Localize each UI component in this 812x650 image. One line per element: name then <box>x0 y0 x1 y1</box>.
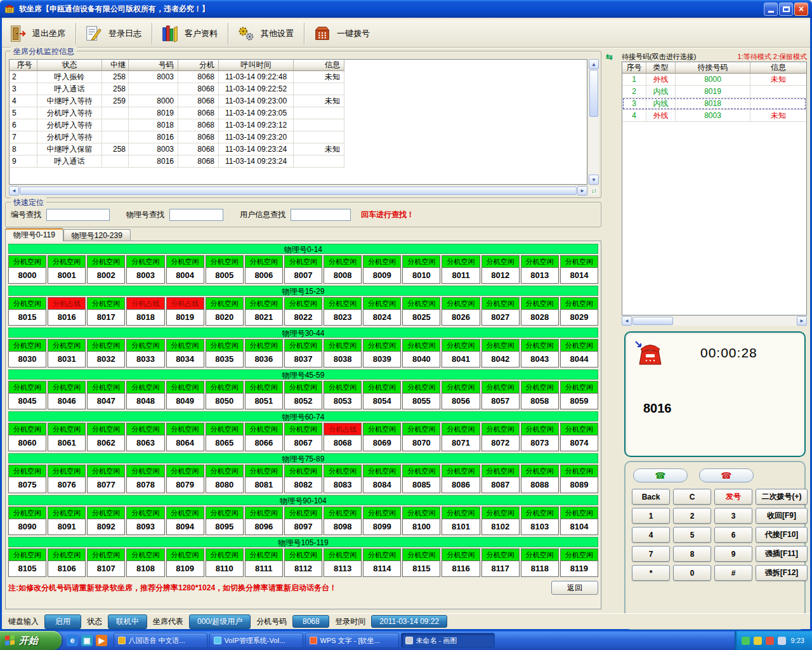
extension-cell[interactable]: 分机空闲8007 <box>284 255 322 284</box>
monitor-table-row[interactable]: 4中继呼入等待2598000806811-03-14 09:23:00未知 <box>10 95 587 107</box>
pending-column-header[interactable]: 类型 <box>646 62 676 74</box>
extension-cell[interactable]: 分机空闲8075 <box>8 465 46 493</box>
panel-splitter-icon[interactable]: ⇆ <box>606 52 613 62</box>
dialpad-key[interactable]: 强拆[F12] <box>756 565 808 581</box>
extension-cell[interactable]: 分机空闲8071 <box>442 423 480 451</box>
extension-cell[interactable]: 分机空闲8111 <box>245 548 283 577</box>
extension-cell[interactable]: 分机空闲8087 <box>481 465 520 493</box>
extension-cell[interactable]: 分机空闲8116 <box>442 548 480 577</box>
browser-icon[interactable]: e <box>67 635 78 646</box>
pending-row[interactable]: 4外线8003未知 <box>622 110 806 122</box>
extension-cell[interactable]: 分机空闲8066 <box>245 423 283 451</box>
extension-cell[interactable]: 分机空闲8070 <box>402 423 440 451</box>
extension-cell[interactable]: 分机空闲8081 <box>245 465 283 493</box>
status-value[interactable]: 联机中 <box>108 614 147 629</box>
scroll-track[interactable] <box>674 316 797 326</box>
scroll-thumb[interactable] <box>632 317 673 325</box>
extension-cell[interactable]: 分机空闲8077 <box>87 465 125 493</box>
tab-physical-120-239[interactable]: 物理号120-239 <box>63 229 131 241</box>
extension-cell[interactable]: 分机空闲8011 <box>442 255 480 284</box>
extension-cell[interactable]: 分机空闲8089 <box>560 465 598 493</box>
extension-cell[interactable]: 分机空闲8095 <box>206 507 244 535</box>
extension-cell[interactable]: 分机空闲8006 <box>245 255 283 284</box>
extension-cell[interactable]: 分机空闲8080 <box>206 465 244 493</box>
dialpad-key[interactable]: 2 <box>673 508 711 524</box>
extension-cell[interactable]: 分机占线8019 <box>166 297 204 326</box>
extension-cell[interactable]: 分机空闲8012 <box>481 255 520 284</box>
extension-cell[interactable]: 分机空闲8102 <box>481 507 520 535</box>
dialpad-key[interactable]: 8 <box>673 546 711 562</box>
extension-cell[interactable]: 分机空闲8059 <box>560 381 598 409</box>
pending-horizontal-scrollbar[interactable]: ◄ ► <box>622 316 807 326</box>
extension-cell[interactable]: 分机空闲8022 <box>284 297 322 326</box>
dialpad-key[interactable]: 0 <box>673 565 711 581</box>
jump-arrows-icon[interactable]: ↓↑ <box>589 186 599 196</box>
extension-cell[interactable]: 分机空闲8091 <box>48 507 86 535</box>
extension-cell[interactable]: 分机空闲8060 <box>8 423 46 451</box>
userinfo-search-input[interactable] <box>291 209 351 221</box>
pending-column-header[interactable]: 信息 <box>750 62 806 74</box>
extension-cell[interactable]: 分机空闲8033 <box>126 339 164 368</box>
extension-cell[interactable]: 分机空闲8100 <box>402 507 440 535</box>
scroll-left-icon[interactable]: ◄ <box>9 186 19 196</box>
tab-physical-0-119[interactable]: 物理号0-119 <box>5 228 63 241</box>
extension-cell[interactable]: 分机空闲8115 <box>402 548 440 577</box>
extension-cell[interactable]: 分机空闲8002 <box>87 255 125 284</box>
hangup-button[interactable]: ☎ <box>699 468 754 482</box>
extension-cell[interactable]: 分机空闲8048 <box>126 381 164 409</box>
dialpad-key[interactable]: 6 <box>714 527 752 543</box>
taskbar-task[interactable]: 未命名 - 画图 <box>401 633 495 648</box>
extension-cell[interactable]: 分机空闲8090 <box>8 507 46 535</box>
monitor-table-row[interactable]: 9呼入通话8016806811-03-14 09:23:24 <box>10 156 587 168</box>
extension-cell[interactable]: 分机空闲8009 <box>363 255 401 284</box>
extension-cell[interactable]: 分机空闲8047 <box>87 381 125 409</box>
one-key-dial-button[interactable]: 一键拨号 <box>306 22 379 46</box>
extension-cell[interactable]: 分机空闲8104 <box>560 507 598 535</box>
extension-cell[interactable]: 分机空闲8053 <box>324 381 362 409</box>
extension-cell[interactable]: 分机空闲8118 <box>521 548 559 577</box>
extension-cell[interactable]: 分机空闲8058 <box>521 381 559 409</box>
extension-cell[interactable]: 分机空闲8076 <box>48 465 86 493</box>
dialpad-key[interactable]: 5 <box>673 527 711 543</box>
extension-cell[interactable]: 分机空闲8096 <box>245 507 283 535</box>
extension-cell[interactable]: 分机空闲8099 <box>363 507 401 535</box>
dialpad-key[interactable]: 4 <box>632 527 670 543</box>
monitor-column-header[interactable]: 呼叫时间 <box>219 60 294 71</box>
scroll-left-icon[interactable]: ◄ <box>622 316 632 326</box>
login-log-button[interactable]: 登录日志 <box>78 22 150 46</box>
extension-cell[interactable]: 分机空闲8003 <box>126 255 164 284</box>
voip-tray-icon[interactable] <box>766 637 774 645</box>
taskbar-task[interactable]: WPS 文字 - [软坐... <box>305 633 399 648</box>
extension-cell[interactable]: 分机空闲8103 <box>521 507 559 535</box>
extension-cell[interactable]: 分机空闲8045 <box>8 381 46 409</box>
monitor-table-row[interactable]: 5分机呼入等待8019806811-03-14 09:23:05 <box>10 107 587 119</box>
volume-tray-icon[interactable] <box>754 637 762 645</box>
extension-cell[interactable]: 分机空闲8107 <box>87 548 125 577</box>
extension-cell[interactable]: 分机空闲8037 <box>284 339 322 368</box>
monitor-column-header[interactable]: 分机 <box>178 60 219 71</box>
extension-cell[interactable]: 分机空闲8041 <box>442 339 480 368</box>
dialpad-key[interactable]: * <box>632 565 670 581</box>
extension-cell[interactable]: 分机空闲8042 <box>481 339 520 368</box>
antivirus-tray-icon[interactable] <box>742 637 750 645</box>
number-search-input[interactable] <box>46 209 110 221</box>
extension-cell[interactable]: 分机空闲8027 <box>481 297 520 326</box>
extension-cell[interactable]: 分机空闲8008 <box>324 255 362 284</box>
extension-cell[interactable]: 分机空闲8020 <box>206 297 244 326</box>
extension-cell[interactable]: 分机占线8068 <box>324 423 362 451</box>
extension-cell[interactable]: 分机空闲8113 <box>324 548 362 577</box>
extension-cell[interactable]: 分机空闲8086 <box>442 465 480 493</box>
scroll-track[interactable] <box>589 117 599 175</box>
extension-cell[interactable]: 分机空闲8062 <box>87 423 125 451</box>
pending-row[interactable]: 3内线8018 <box>622 98 806 110</box>
extension-cell[interactable]: 分机空闲8023 <box>324 297 362 326</box>
extension-cell[interactable]: 分机空闲8057 <box>481 381 520 409</box>
extension-cell[interactable]: 分机空闲8032 <box>87 339 125 368</box>
extension-cell[interactable]: 分机空闲8108 <box>126 548 164 577</box>
dialpad-key[interactable]: 9 <box>714 546 752 562</box>
monitor-column-header[interactable]: 状态 <box>37 60 102 71</box>
extension-cell[interactable]: 分机空闲8035 <box>206 339 244 368</box>
extension-cell[interactable]: 分机空闲8064 <box>166 423 204 451</box>
extension-cell[interactable]: 分机空闲8052 <box>284 381 322 409</box>
extension-cell[interactable]: 分机空闲8117 <box>481 548 520 577</box>
